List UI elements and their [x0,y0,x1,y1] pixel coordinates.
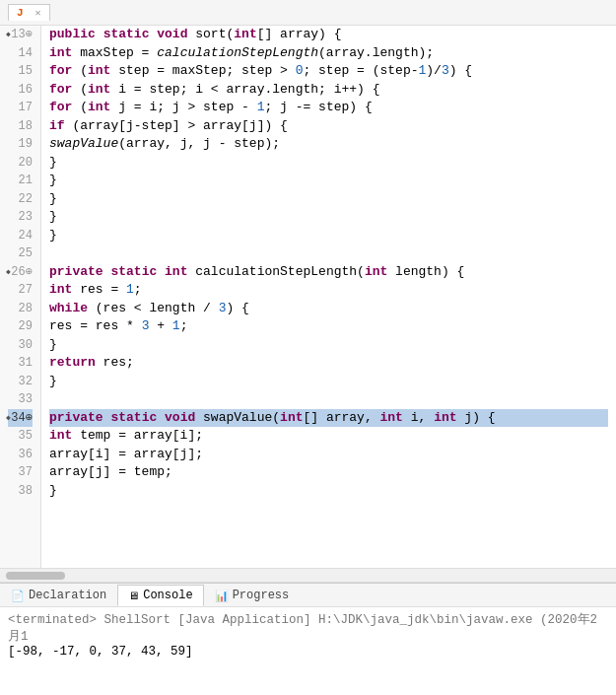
line-number: 22 [8,190,33,209]
java-file-icon: J [17,7,24,19]
scrollbar-thumb[interactable] [6,572,65,580]
line-number: 38 [8,482,33,501]
code-line: int res = 1; [49,281,608,300]
line-number: 33 [8,390,33,409]
line-number: 35 [8,427,33,446]
code-content[interactable]: public static void sort(int[] array) { i… [41,26,616,568]
line-number: 19 [8,135,33,154]
code-scroll-area: 13⊕14151617181920212223242526⊕2728293031… [0,26,616,568]
code-line: int temp = array[i]; [49,427,608,446]
line-number: 36 [8,446,33,464]
code-line: for (int j = i; j > step - 1; j -= step)… [49,99,608,117]
horizontal-scrollbar[interactable] [0,568,616,582]
line-number: 32 [8,373,33,391]
line-number: 27 [8,281,33,300]
code-line: private static int calculationStepLength… [49,263,608,282]
bottom-tab-label: Progress [233,589,290,602]
bottom-tab-console[interactable]: 🖥Console [117,585,203,606]
code-line: } [49,190,608,209]
code-line: for (int i = step; i < array.length; i++… [49,81,608,100]
code-line: } [49,227,608,245]
code-line: swapValue(array, j, j - step); [49,135,608,154]
code-line [49,390,608,409]
bottom-tab-declaration[interactable]: 📄Declaration [0,585,117,606]
code-line: array[i] = array[j]; [49,446,608,464]
code-line: } [49,172,608,190]
code-editor[interactable]: 13⊕14151617181920212223242526⊕2728293031… [0,26,616,583]
line-numbers: 13⊕14151617181920212223242526⊕2728293031… [0,26,41,568]
code-line: for (int step = maxStep; step > 0; step … [49,62,608,81]
code-line: } [49,154,608,173]
code-line: } [49,208,608,227]
line-number: 37 [8,463,33,482]
code-line: return res; [49,354,608,373]
code-line: } [49,373,608,391]
line-number: 34⊕ [8,409,33,428]
code-line: } [49,482,608,501]
code-line: if (array[j-step] > array[j]) { [49,117,608,136]
bottom-tab-label: Declaration [29,589,106,602]
ide-window: J ✕ 13⊕14151617181920212223242526⊕272829… [0,0,616,695]
line-number: 23 [8,208,33,227]
code-line: } [49,336,608,355]
bottom-tab-bar: 📄Declaration🖥Console📊Progress [0,584,616,607]
console-output: <terminated> ShellSort [Java Application… [0,607,616,695]
line-number: 18 [8,117,33,136]
progress-icon: 📊 [215,590,229,602]
line-number: 24 [8,227,33,245]
line-number: 26⊕ [8,263,33,282]
code-line: int maxStep = calculationStepLength(arra… [49,44,608,63]
file-tab[interactable]: J ✕ [8,4,50,21]
line-number: 30 [8,336,33,355]
line-number: 15 [8,62,33,81]
bottom-tab-progress[interactable]: 📊Progress [204,585,301,606]
line-number: 29 [8,317,33,336]
bottom-tab-label: Console [143,589,192,602]
console-line: [-98, -17, 0, 37, 43, 59] [8,645,608,659]
line-number: 28 [8,300,33,318]
title-bar: J ✕ [0,0,616,26]
bottom-panel: 📄Declaration🖥Console📊Progress <terminate… [0,583,616,695]
line-number: 21 [8,172,33,190]
line-number: 17 [8,99,33,117]
line-number: 16 [8,81,33,100]
line-number: 25 [8,244,33,263]
code-line: public static void sort(int[] array) { [49,26,608,44]
console-line: <terminated> ShellSort [Java Application… [8,611,608,645]
code-line: res = res * 3 + 1; [49,317,608,336]
line-number: 13⊕ [8,26,33,44]
code-line: array[j] = temp; [49,463,608,482]
line-number: 20 [8,154,33,173]
code-line [49,244,608,263]
line-number: 14 [8,44,33,63]
declaration-icon: 📄 [11,590,25,602]
line-number: 31 [8,354,33,373]
tab-close-button[interactable]: ✕ [35,7,41,19]
console-icon: 🖥 [128,590,139,602]
code-line: private static void swapValue(int[] arra… [49,409,608,428]
code-line: while (res < length / 3) { [49,300,608,318]
